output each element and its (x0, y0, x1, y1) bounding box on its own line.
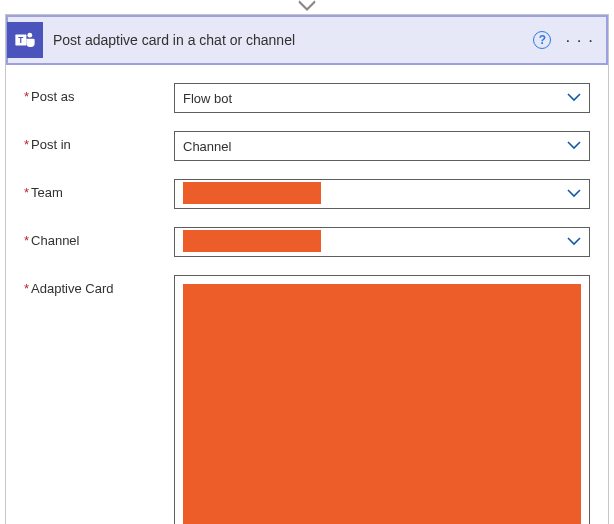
action-body: *Post as Flow bot *Post in Channel *Team (6, 65, 608, 524)
post-as-select[interactable]: Flow bot (174, 83, 590, 113)
svg-point-2 (27, 33, 32, 38)
label-adaptive-card: *Adaptive Card (24, 275, 174, 296)
redacted-value (183, 230, 321, 252)
svg-text:T: T (18, 36, 23, 45)
action-card: T Post adaptive card in a chat or channe… (5, 14, 609, 524)
label-channel: *Channel (24, 227, 174, 248)
channel-value (183, 230, 567, 255)
chevron-down-icon (567, 141, 581, 151)
redacted-value (183, 284, 581, 524)
team-select[interactable] (174, 179, 590, 209)
action-header[interactable]: T Post adaptive card in a chat or channe… (6, 15, 608, 65)
chevron-down-icon (567, 237, 581, 247)
post-in-select[interactable]: Channel (174, 131, 590, 161)
help-icon[interactable]: ? (533, 31, 551, 49)
channel-select[interactable] (174, 227, 590, 257)
label-team: *Team (24, 179, 174, 200)
teams-icon: T (7, 22, 43, 58)
more-menu-icon[interactable]: · · · (563, 32, 596, 49)
team-value (183, 182, 567, 207)
action-title: Post adaptive card in a chat or channel (53, 32, 523, 48)
field-row-post-in: *Post in Channel (24, 131, 590, 161)
field-row-post-as: *Post as Flow bot (24, 83, 590, 113)
chevron-down-icon (567, 93, 581, 103)
label-post-in: *Post in (24, 131, 174, 152)
label-post-as: *Post as (24, 83, 174, 104)
post-as-value: Flow bot (183, 91, 567, 106)
post-in-value: Channel (183, 139, 567, 154)
adaptive-card-textarea[interactable] (174, 275, 590, 524)
field-row-channel: *Channel (24, 227, 590, 257)
field-row-adaptive-card: *Adaptive Card (24, 275, 590, 524)
flow-connector-arrow (0, 0, 614, 14)
redacted-value (183, 182, 321, 204)
chevron-down-icon (567, 189, 581, 199)
field-row-team: *Team (24, 179, 590, 209)
